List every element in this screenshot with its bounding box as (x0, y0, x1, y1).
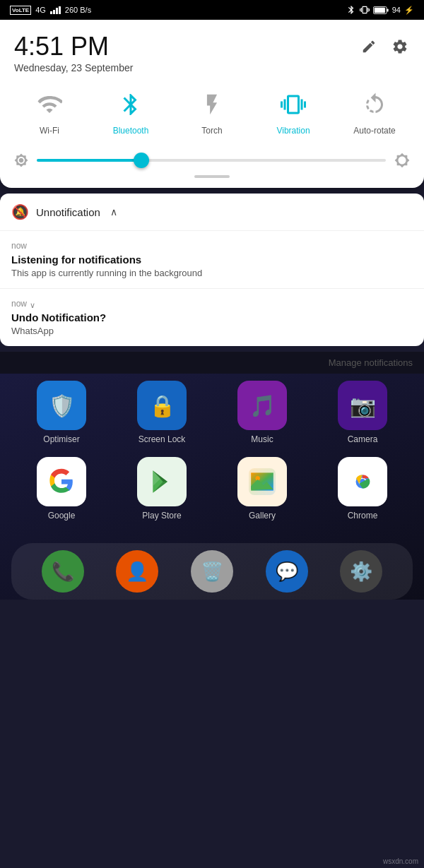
app-grid: 🛡️ Optimiser 🔒 Screen Lock 🎵 Music 📷 Cam… (0, 374, 424, 540)
torch-label: Torch (201, 126, 222, 136)
vibration-label: Vibration (276, 126, 310, 136)
vibrate-status-icon (360, 5, 370, 15)
home-screen: 🛡️ Optimiser 🔒 Screen Lock 🎵 Music 📷 Cam… (0, 374, 424, 600)
app-google[interactable]: Google (23, 457, 100, 521)
app-optimiser[interactable]: 🛡️ Optimiser (23, 381, 100, 444)
dock-delete[interactable]: 🗑️ (191, 550, 233, 593)
screen-lock-label: Screen Lock (139, 434, 186, 444)
notif-body-0: This app is currently running in the bac… (11, 268, 413, 278)
wifi-toggle[interactable]: Wi-Fi (14, 89, 85, 136)
google-icon (37, 457, 86, 506)
torch-icon (196, 89, 228, 120)
camera-label: Camera (348, 434, 378, 444)
autorotate-icon (359, 89, 390, 120)
status-bar: VoLTE 4G 260 B/s 94 ⚡ (0, 0, 424, 20)
battery-icon (373, 6, 389, 15)
notif-body-1: WhatsApp (11, 326, 413, 336)
svg-rect-1 (374, 7, 384, 13)
music-label: Music (251, 434, 273, 444)
network-type: 4G (35, 6, 46, 14)
notif-time-0: now (11, 241, 413, 251)
bluetooth-toggle-icon (115, 89, 146, 120)
brightness-high-icon (394, 153, 410, 168)
qs-top-icons (359, 37, 410, 57)
notif-header-icon: 🔕 (11, 203, 29, 220)
qs-date: Wednesday, 23 September (14, 62, 133, 73)
quick-settings-panel: 4:51 PM Wednesday, 23 September (0, 20, 424, 188)
bluetooth-status-icon (346, 5, 356, 15)
torch-toggle[interactable]: Torch (177, 89, 247, 136)
play-store-label: Play Store (142, 511, 181, 521)
gallery-icon (237, 457, 287, 506)
chrome-icon (338, 457, 387, 506)
qs-toggles-row: Wi-Fi Bluetooth Torch (14, 89, 410, 136)
notif-title-1: Undo Notification? (11, 311, 413, 323)
autorotate-toggle[interactable]: Auto-rotate (339, 89, 410, 136)
dock-contacts[interactable]: 👤 (116, 550, 158, 593)
notif-time-1: now (11, 299, 27, 309)
dock-messages[interactable]: 💬 (266, 550, 308, 593)
app-play-store[interactable]: Play Store (123, 457, 201, 521)
notif-time-row-1: now ∨ (11, 299, 413, 311)
wifi-icon (34, 89, 65, 120)
bluetooth-toggle[interactable]: Bluetooth (95, 89, 166, 136)
brightness-thumb[interactable] (134, 153, 149, 168)
settings-button[interactable] (390, 37, 410, 57)
wifi-label: Wi-Fi (40, 126, 59, 136)
vibration-icon (278, 89, 309, 120)
signal-bars (50, 6, 61, 14)
panel-handle (194, 175, 230, 178)
dock-system[interactable]: ⚙️ (340, 550, 382, 593)
vibration-toggle[interactable]: Vibration (258, 89, 329, 136)
brightness-fill (37, 159, 141, 162)
app-gallery[interactable]: Gallery (223, 457, 301, 521)
camera-icon: 📷 (338, 381, 387, 430)
brightness-row (14, 153, 410, 168)
brightness-slider[interactable] (37, 159, 386, 162)
optimiser-icon: 🛡️ (37, 381, 86, 430)
battery-percent: 94 (392, 6, 401, 14)
qs-datetime: 4:51 PM Wednesday, 23 September (14, 34, 133, 73)
app-row-1: 🛡️ Optimiser 🔒 Screen Lock 🎵 Music 📷 Cam… (11, 381, 413, 444)
manage-notifications[interactable]: Manage notifications (0, 352, 424, 374)
notif-header[interactable]: 🔕 Unnotification ∧ (0, 194, 424, 231)
music-icon: 🎵 (237, 381, 287, 430)
brightness-low-icon (14, 153, 28, 167)
volte-badge: VoLTE (10, 6, 31, 15)
qs-header: 4:51 PM Wednesday, 23 September (14, 34, 410, 73)
play-store-icon (137, 457, 187, 506)
optimiser-label: Optimiser (43, 434, 79, 444)
edit-button[interactable] (359, 37, 379, 57)
app-screen-lock[interactable]: 🔒 Screen Lock (123, 381, 201, 444)
status-right: 94 ⚡ (346, 5, 414, 15)
notif-item-0[interactable]: now Listening for notifications This app… (0, 231, 424, 289)
network-speed: 260 B/s (65, 6, 91, 14)
notif-item-1[interactable]: now ∨ Undo Notification? WhatsApp (0, 289, 424, 346)
notif-chevron-1: ∨ (30, 301, 35, 310)
dock: 📞 👤 🗑️ 💬 ⚙️ (11, 543, 413, 600)
app-row-2: Google Play Store (11, 457, 413, 521)
screen-lock-icon: 🔒 (137, 381, 187, 430)
app-music[interactable]: 🎵 Music (223, 381, 301, 444)
app-chrome[interactable]: Chrome (324, 457, 401, 521)
watermark: wsxdn.com (383, 857, 418, 865)
gallery-label: Gallery (249, 511, 276, 521)
notification-panel: 🔕 Unnotification ∧ now Listening for not… (0, 194, 424, 346)
manage-notif-label: Manage notifications (329, 357, 413, 368)
notif-title-0: Listening for notifications (11, 254, 413, 266)
charge-icon: ⚡ (404, 6, 414, 15)
chrome-label: Chrome (348, 511, 378, 521)
qs-time: 4:51 PM (14, 34, 133, 59)
notif-header-text: Unnotification (36, 206, 100, 218)
google-label: Google (48, 511, 76, 521)
dock-phone[interactable]: 📞 (42, 550, 84, 593)
app-camera[interactable]: 📷 Camera (324, 381, 401, 444)
svg-rect-2 (387, 8, 388, 11)
bluetooth-label: Bluetooth (113, 126, 149, 136)
autorotate-label: Auto-rotate (353, 126, 395, 136)
status-left: VoLTE 4G 260 B/s (10, 6, 91, 15)
notif-expand-chevron: ∧ (110, 206, 117, 218)
